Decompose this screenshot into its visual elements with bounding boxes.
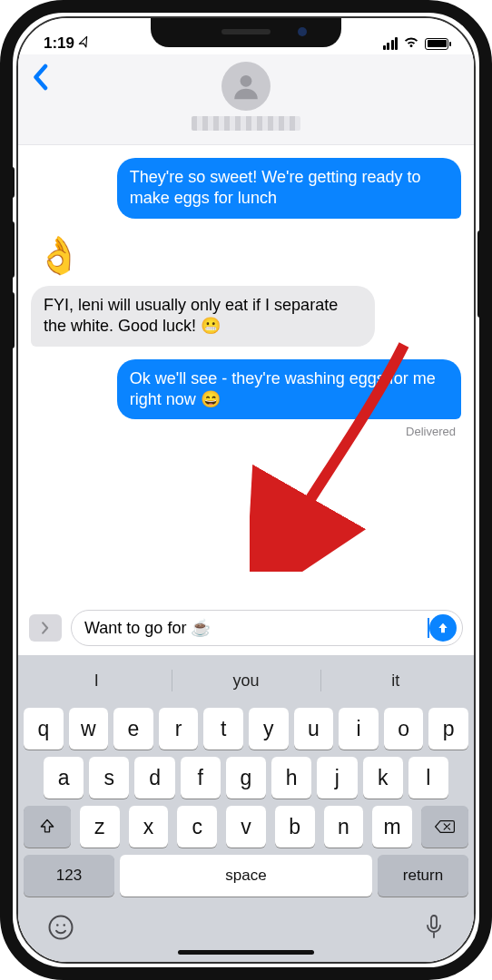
location-icon: [76, 34, 93, 54]
dictation-icon[interactable]: [423, 914, 445, 945]
suggestion[interactable]: you: [172, 661, 321, 701]
key-b[interactable]: b: [275, 806, 315, 848]
contact-info[interactable]: [192, 62, 300, 131]
message-input-text: Want to go for ☕️: [84, 618, 423, 638]
send-button[interactable]: [429, 614, 457, 642]
home-indicator[interactable]: [178, 950, 314, 955]
message-incoming[interactable]: FYI, leni will usually only eat if I sep…: [31, 286, 461, 347]
message-input[interactable]: Want to go for ☕️: [71, 610, 463, 646]
suggestion-bar: I you it: [22, 661, 470, 701]
volume-down-button: [9, 292, 15, 348]
key-row-1: q w e r t y u i o p: [24, 708, 468, 750]
key-w[interactable]: w: [69, 708, 109, 750]
keyboard: I you it q w e r t y u i o p a: [18, 655, 474, 962]
key-row-2: a s d f g h j k l: [24, 757, 468, 799]
message-bubble: FYI, leni will usually only eat if I sep…: [31, 286, 375, 347]
message-bubble: Ok we'll see - they're washing eggs for …: [117, 359, 461, 420]
message-list[interactable]: They're so sweet! We're getting ready to…: [18, 145, 474, 603]
key-l[interactable]: l: [408, 757, 448, 799]
key-u[interactable]: u: [294, 708, 334, 750]
volume-up-button: [9, 221, 15, 278]
key-a[interactable]: a: [44, 757, 84, 799]
space-key[interactable]: space: [120, 855, 372, 897]
key-y[interactable]: y: [249, 708, 289, 750]
key-p[interactable]: p: [428, 708, 468, 750]
phone-frame: 1:19: [0, 0, 492, 980]
wifi-icon: [403, 34, 419, 53]
key-c[interactable]: c: [177, 806, 217, 848]
key-row-4: 123 space return: [24, 855, 468, 897]
key-row-3: z x c v b n m: [24, 806, 468, 848]
svg-point-1: [50, 916, 73, 939]
key-m[interactable]: m: [372, 806, 412, 848]
svg-point-0: [241, 75, 252, 87]
emoji-keyboard-icon[interactable]: [47, 914, 74, 945]
key-v[interactable]: v: [226, 806, 266, 848]
key-n[interactable]: n: [324, 806, 364, 848]
status-time: 1:19: [44, 34, 74, 53]
compose-row: Want to go for ☕️: [18, 603, 474, 655]
contact-name-redacted: [192, 116, 300, 131]
key-d[interactable]: d: [134, 757, 174, 799]
key-g[interactable]: g: [226, 757, 266, 799]
suggestion[interactable]: I: [22, 661, 172, 701]
message-outgoing[interactable]: They're so sweet! We're getting ready to…: [31, 158, 461, 219]
key-o[interactable]: o: [384, 708, 424, 750]
key-s[interactable]: s: [89, 757, 129, 799]
svg-rect-4: [431, 916, 437, 928]
key-e[interactable]: e: [113, 708, 153, 750]
key-t[interactable]: t: [203, 708, 243, 750]
svg-point-2: [56, 924, 59, 926]
key-q[interactable]: q: [24, 708, 64, 750]
key-j[interactable]: j: [317, 757, 357, 799]
app-drawer-button[interactable]: [29, 614, 62, 642]
delete-key[interactable]: [421, 806, 468, 848]
key-h[interactable]: h: [271, 757, 311, 799]
notch: [151, 18, 341, 47]
conversation-header: [18, 54, 474, 145]
return-key[interactable]: return: [378, 855, 468, 897]
avatar: [221, 62, 271, 111]
key-f[interactable]: f: [181, 757, 221, 799]
suggestion[interactable]: it: [320, 661, 470, 701]
tapback-reaction[interactable]: 👌: [31, 231, 461, 273]
key-r[interactable]: r: [159, 708, 199, 750]
shift-key[interactable]: [24, 806, 71, 848]
back-button[interactable]: [31, 64, 49, 94]
cell-signal-icon: [383, 37, 399, 50]
power-button: [477, 230, 483, 318]
battery-icon: [425, 38, 448, 50]
side-button: [9, 167, 15, 198]
key-k[interactable]: k: [363, 757, 403, 799]
key-x[interactable]: x: [129, 806, 169, 848]
message-bubble: They're so sweet! We're getting ready to…: [117, 158, 461, 219]
key-i[interactable]: i: [339, 708, 379, 750]
ok-hand-emoji: 👌: [36, 237, 82, 273]
key-z[interactable]: z: [80, 806, 120, 848]
message-outgoing[interactable]: Ok we'll see - they're washing eggs for …: [31, 359, 461, 420]
numbers-key[interactable]: 123: [24, 855, 114, 897]
delivered-label: Delivered: [406, 425, 461, 438]
svg-point-3: [64, 924, 66, 926]
